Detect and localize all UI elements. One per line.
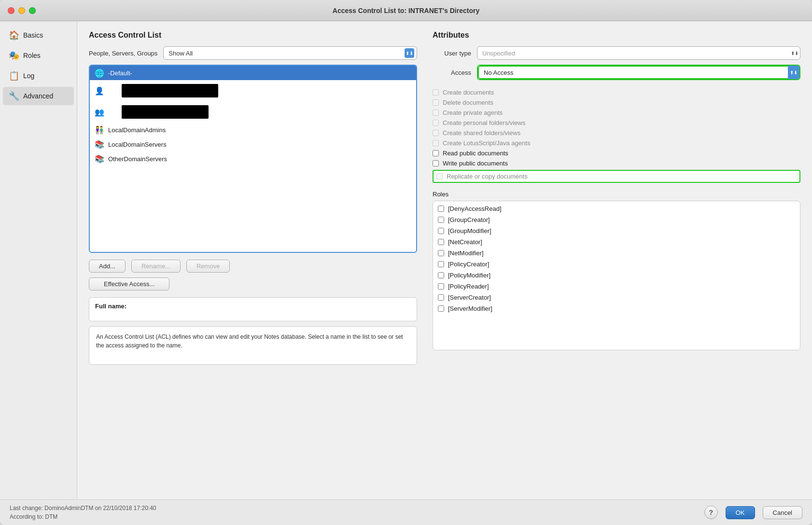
role-netmodifier-label: [NetModifier] bbox=[448, 249, 484, 257]
role-servercreator-checkbox[interactable] bbox=[438, 294, 444, 301]
role-item[interactable]: [ServerCreator] bbox=[433, 292, 800, 303]
role-groupmodifier-label: [GroupModifier] bbox=[448, 227, 491, 235]
create-docs-label: Create documents bbox=[443, 89, 494, 96]
close-button[interactable] bbox=[8, 7, 14, 14]
list-item[interactable]: 🌐 -Default- bbox=[90, 66, 416, 80]
checkbox-create-docs: Create documents bbox=[433, 89, 800, 96]
checkbox-create-personal: Create personal folders/views bbox=[433, 119, 800, 126]
list-item[interactable]: 👫 LocalDomainAdmins bbox=[90, 123, 416, 137]
read-public-checkbox[interactable] bbox=[433, 150, 439, 156]
effective-access-button[interactable]: Effective Access... bbox=[89, 277, 169, 290]
list-item[interactable]: 📚 OtherDomainServers bbox=[90, 152, 416, 166]
server-icon-2: 📚 bbox=[95, 154, 104, 164]
sidebar-item-advanced[interactable]: 🔧 Advanced bbox=[3, 87, 74, 105]
titlebar: Access Control List to: INTRANET's Direc… bbox=[0, 0, 812, 21]
access-label: Access bbox=[433, 69, 471, 76]
role-item[interactable]: [GroupCreator] bbox=[433, 214, 800, 225]
create-shared-checkbox[interactable] bbox=[433, 130, 439, 136]
person-icon: 👤 bbox=[95, 86, 104, 96]
remove-button[interactable]: Remove bbox=[186, 260, 230, 273]
role-item[interactable]: [ServerModifier] bbox=[433, 303, 800, 314]
sidebar-label-log: Log bbox=[23, 72, 34, 80]
roles-label: Roles bbox=[433, 191, 800, 198]
user-type-row: User type Unspecified ⬆⬇ bbox=[433, 46, 800, 60]
filter-select-wrap: Show All ⬆⬇ bbox=[163, 46, 417, 60]
main-window: Access Control List to: INTRANET's Direc… bbox=[0, 0, 812, 525]
add-button[interactable]: Add... bbox=[89, 260, 126, 273]
minimize-button[interactable] bbox=[18, 7, 25, 14]
role-item[interactable]: [NetModifier] bbox=[433, 248, 800, 259]
filter-label: People, Servers, Groups bbox=[89, 50, 157, 57]
create-lotusscript-checkbox[interactable] bbox=[433, 140, 439, 146]
role-policymodifier-checkbox[interactable] bbox=[438, 272, 444, 278]
description-section: An Access Control List (ACL) defines who… bbox=[89, 326, 417, 365]
role-deny-checkbox[interactable] bbox=[438, 206, 444, 212]
server-icon-1: 📚 bbox=[95, 139, 104, 149]
role-item[interactable]: [DenyAccessRead] bbox=[433, 203, 800, 214]
show-all-select[interactable]: Show All bbox=[163, 46, 417, 60]
write-public-checkbox[interactable] bbox=[433, 160, 439, 166]
window-body: 🏠 Basics 🎭 Roles 📋 Log 🔧 Advanced Access… bbox=[0, 21, 812, 499]
maximize-button[interactable] bbox=[29, 7, 36, 14]
role-item[interactable]: [PolicyCreator] bbox=[433, 259, 800, 270]
create-docs-checkbox[interactable] bbox=[433, 89, 439, 96]
roles-section: Roles [DenyAccessRead] [GroupCreator] bbox=[433, 191, 800, 350]
read-public-label: Read public documents bbox=[443, 150, 508, 157]
create-lotusscript-label: Create LotusScript/Java agents bbox=[443, 139, 530, 147]
role-groupcreator-checkbox[interactable] bbox=[438, 217, 444, 223]
advanced-icon: 🔧 bbox=[9, 91, 19, 101]
checkbox-replicate: Replicate or copy documents bbox=[433, 170, 800, 183]
rename-button[interactable]: Rename... bbox=[131, 260, 181, 273]
checkbox-create-private-agents: Create private agents bbox=[433, 109, 800, 116]
create-private-agents-checkbox[interactable] bbox=[433, 110, 439, 116]
cancel-button[interactable]: Cancel bbox=[763, 506, 802, 519]
sidebar-label-basics: Basics bbox=[23, 31, 43, 39]
role-item[interactable]: [NetCreator] bbox=[433, 236, 800, 248]
role-policycreator-label: [PolicyCreator] bbox=[448, 261, 489, 268]
checkbox-delete-docs: Delete documents bbox=[433, 99, 800, 106]
ok-button[interactable]: OK bbox=[726, 506, 755, 519]
sidebar-label-roles: Roles bbox=[23, 52, 41, 59]
description-text: An Access Control List (ACL) defines who… bbox=[96, 333, 403, 349]
role-item[interactable]: [PolicyModifier] bbox=[433, 270, 800, 281]
user-type-select-wrap: Unspecified ⬆⬇ bbox=[477, 46, 800, 60]
action-buttons: Add... Rename... Remove bbox=[89, 260, 417, 273]
group-icon: 👫 bbox=[95, 125, 104, 135]
list-item[interactable]: 👥 bbox=[90, 101, 416, 123]
role-servercreator-label: [ServerCreator] bbox=[448, 294, 491, 301]
checkbox-create-lotusscript: Create LotusScript/Java agents bbox=[433, 139, 800, 147]
roles-list[interactable]: [DenyAccessRead] [GroupCreator] [GroupMo… bbox=[433, 201, 800, 350]
user-type-label: User type bbox=[433, 50, 471, 57]
role-groupmodifier-checkbox[interactable] bbox=[438, 228, 444, 234]
role-policyreader-checkbox[interactable] bbox=[438, 283, 444, 290]
delete-docs-checkbox[interactable] bbox=[433, 99, 439, 106]
statusbar-line2: According to: DTM bbox=[10, 512, 156, 521]
help-button[interactable]: ? bbox=[704, 506, 718, 519]
role-item[interactable]: [GroupModifier] bbox=[433, 225, 800, 236]
statusbar-right: ? OK Cancel bbox=[704, 506, 802, 519]
checkboxes-section: Create documents Delete documents Create… bbox=[433, 89, 800, 183]
replicate-checkbox[interactable] bbox=[436, 173, 443, 180]
role-policycreator-checkbox[interactable] bbox=[438, 261, 444, 267]
role-item[interactable]: [PolicyReader] bbox=[433, 281, 800, 292]
role-deny-label: [DenyAccessRead] bbox=[448, 205, 502, 212]
statusbar: Last change: DominoAdminDTM on 22/10/201… bbox=[0, 499, 812, 525]
list-item[interactable]: 📚 LocalDomainServers bbox=[90, 137, 416, 152]
effective-access-row: Effective Access... bbox=[89, 277, 417, 290]
list-item[interactable]: 👤 bbox=[90, 80, 416, 101]
sidebar-item-roles[interactable]: 🎭 Roles bbox=[3, 46, 74, 65]
role-netmodifier-checkbox[interactable] bbox=[438, 250, 444, 256]
access-select-wrap: No Access ⬆⬇ bbox=[477, 65, 800, 80]
access-select[interactable]: No Access bbox=[478, 66, 799, 79]
user-type-select[interactable]: Unspecified bbox=[477, 46, 800, 60]
checkbox-read-public: Read public documents bbox=[433, 150, 800, 157]
create-personal-label: Create personal folders/views bbox=[443, 119, 525, 126]
sidebar-item-log[interactable]: 📋 Log bbox=[3, 67, 74, 85]
sidebar-item-basics[interactable]: 🏠 Basics bbox=[3, 26, 74, 44]
create-personal-checkbox[interactable] bbox=[433, 120, 439, 126]
role-policymodifier-label: [PolicyModifier] bbox=[448, 272, 490, 279]
role-netcreator-checkbox[interactable] bbox=[438, 239, 444, 245]
acl-list[interactable]: 🌐 -Default- 👤 👥 👫 bbox=[89, 65, 417, 253]
role-servermodifier-checkbox[interactable] bbox=[438, 305, 444, 312]
delete-docs-label: Delete documents bbox=[443, 99, 493, 106]
